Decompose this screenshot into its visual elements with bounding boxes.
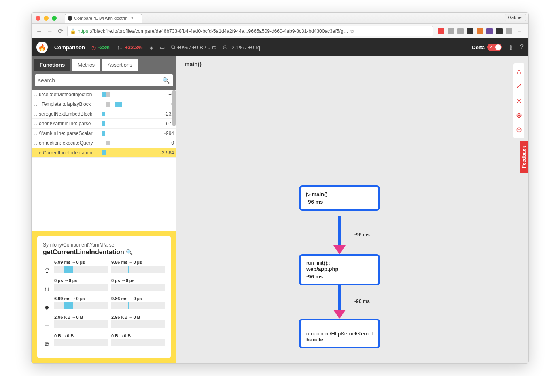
delta-label: Delta: [472, 44, 485, 51]
function-list[interactable]: …urce::getMethodInjection+0…_Template::d…: [32, 90, 176, 231]
function-row[interactable]: …ser::getNextEmbedBlock-232: [32, 109, 176, 119]
metric-icon: ↑↓: [43, 285, 51, 292]
node-line1: ▷ main(): [306, 191, 373, 197]
reload-button[interactable]: ⟳: [57, 27, 64, 35]
metric-icon: ▭: [43, 322, 51, 329]
arrow-down-icon: [333, 245, 346, 254]
callgraph-node[interactable]: ▷ main()-96 ms: [299, 185, 380, 211]
extension-icon[interactable]: [467, 28, 473, 34]
profile-chip[interactable]: Gabriel: [505, 14, 526, 21]
extension-icon[interactable]: [448, 28, 454, 34]
expand-icon[interactable]: ⤢: [516, 82, 522, 91]
lock-icon: 🔒: [70, 28, 76, 34]
share-icon[interactable]: ⇪: [508, 44, 513, 51]
maximize-window-button[interactable]: [52, 16, 57, 21]
function-bars: [98, 110, 147, 118]
function-row[interactable]: …_Template::displayBlock+0: [32, 99, 176, 109]
extension-icon[interactable]: [438, 28, 444, 34]
search-icon[interactable]: 🔍: [126, 249, 133, 255]
zoom-out-icon[interactable]: ⊖: [516, 125, 522, 134]
help-icon[interactable]: ?: [520, 44, 524, 51]
sidebar: Functions Metrics Assertions 🔍 …urce::ge…: [32, 56, 176, 363]
minimize-window-button[interactable]: [44, 16, 49, 21]
node-line1: run_init()::: [306, 260, 373, 266]
extension-icon[interactable]: [457, 28, 464, 34]
function-bars: [98, 130, 147, 137]
function-row[interactable]: …onnection::executeQuery+0: [32, 138, 176, 148]
mem-icon: ▭: [160, 44, 165, 51]
database-icon: ⛁: [223, 44, 227, 51]
detail-row: ▭2.95 KB →0 B2.95 KB →0 B: [43, 315, 165, 329]
function-count: +0: [148, 140, 174, 146]
io-pct: +32.3%: [125, 44, 142, 51]
extension-icon[interactable]: [477, 28, 483, 34]
fit-icon[interactable]: ⤧: [516, 96, 522, 105]
function-row[interactable]: …etCurrentLineIndentation-2 564: [32, 148, 176, 158]
metric-right-bar: [111, 320, 165, 328]
metric-left-bar: [54, 266, 108, 273]
back-button[interactable]: ←: [36, 27, 43, 35]
metric-right-bar: [111, 266, 165, 273]
function-bars: [98, 149, 147, 156]
edge-label: -96 ms: [354, 299, 370, 304]
detail-row: ◆6.99 ms →0 µs9.86 ms →0 µs: [43, 296, 165, 311]
zoom-in-icon[interactable]: ⊕: [516, 111, 522, 120]
delta-toggle[interactable]: Delta ✓: [472, 44, 502, 51]
tab-metrics[interactable]: Metrics: [72, 59, 100, 71]
extension-icon[interactable]: [486, 28, 493, 34]
metric-left-label: 6.99 ms →0 µs: [54, 296, 108, 301]
callgraph-node[interactable]: run_init()::web/app.php-96 ms: [299, 254, 380, 285]
tab-assertions[interactable]: Assertions: [102, 59, 138, 71]
switch-icon[interactable]: ✓: [487, 44, 502, 51]
tab-title: Compare *Diwi with doctrin: [74, 16, 127, 21]
extension-icon[interactable]: [496, 28, 503, 34]
node-time: -96 ms: [306, 199, 373, 205]
function-count: -994: [148, 131, 174, 136]
metric-icon: ◆: [43, 303, 51, 311]
url-host: ://blackfire.io/profiles/compare/da46b73…: [90, 28, 348, 34]
function-row[interactable]: …\Yaml\Inline::parseScalar-994: [32, 129, 176, 138]
browser-tab[interactable]: Compare *Diwi with doctrin ×: [65, 14, 142, 23]
tab-functions[interactable]: Functions: [34, 59, 70, 71]
traffic-lights: [32, 16, 57, 21]
scrollbar-thumb[interactable]: [172, 90, 176, 126]
feedback-tab[interactable]: Feedback: [520, 141, 528, 173]
function-name: …urce::getMethodInjection: [34, 92, 97, 97]
search-input[interactable]: 🔍: [35, 74, 173, 86]
forward-button[interactable]: →: [46, 27, 53, 35]
metric-icon: ⧉: [43, 341, 51, 348]
close-window-button[interactable]: [36, 16, 40, 21]
flame-logo-icon[interactable]: 🔥: [36, 42, 48, 53]
metric-right-label: 0 µs →0 µs: [111, 278, 165, 283]
home-icon[interactable]: ⌂: [517, 67, 521, 76]
io-icon: ↑↓: [117, 44, 122, 51]
metric-left-label: 0 B →0 B: [54, 333, 108, 338]
bookmark-star-icon[interactable]: ☆: [350, 28, 355, 34]
graph-toolbar: ⌂ ⤢ ⤧ ⊕ ⊖: [513, 63, 524, 138]
extension-icons: ≡: [436, 27, 524, 35]
cpu-metric: ◈: [149, 44, 153, 51]
function-row[interactable]: …urce::getMethodInjection+0: [32, 90, 176, 99]
arrow-down-icon: [333, 310, 346, 319]
metric-left-label: 0 µs →0 µs: [54, 278, 108, 283]
menu-icon[interactable]: ≡: [515, 27, 523, 35]
metric-left-label: 2.95 KB →0 B: [54, 315, 108, 320]
function-name: …etCurrentLineIndentation: [34, 150, 97, 156]
callgraph-node[interactable]: …omponent\HttpKernel\Kernel::handle: [299, 319, 380, 348]
detail-function-name: getCurrentLineIndentation🔍: [43, 249, 165, 256]
close-tab-icon[interactable]: ×: [131, 15, 134, 21]
metric-left-bar: [54, 320, 108, 328]
function-bars: [98, 91, 147, 98]
function-count: -232: [148, 111, 174, 117]
extension-icon[interactable]: [506, 28, 512, 34]
search-field[interactable]: [38, 77, 162, 84]
search-icon[interactable]: 🔍: [162, 77, 170, 84]
time-pct: -38%: [98, 44, 110, 51]
node-time: -96 ms: [306, 274, 373, 280]
sidebar-tabs: Functions Metrics Assertions: [32, 56, 176, 71]
callgraph-panel[interactable]: main() ⌂ ⤢ ⤧ ⊕ ⊖ Feedback ▷ main()-96 ms…: [176, 56, 528, 363]
detail-namespace: Symfony\Component\Yaml\Parser: [43, 242, 165, 248]
url-field[interactable]: 🔒 https ://blackfire.io/profiles/compare…: [67, 26, 433, 36]
network-metric: ⧉ +0% / +0 B / 0 rq: [171, 44, 217, 51]
function-row[interactable]: …onent\Yaml\Inline::parse-972: [32, 119, 176, 129]
